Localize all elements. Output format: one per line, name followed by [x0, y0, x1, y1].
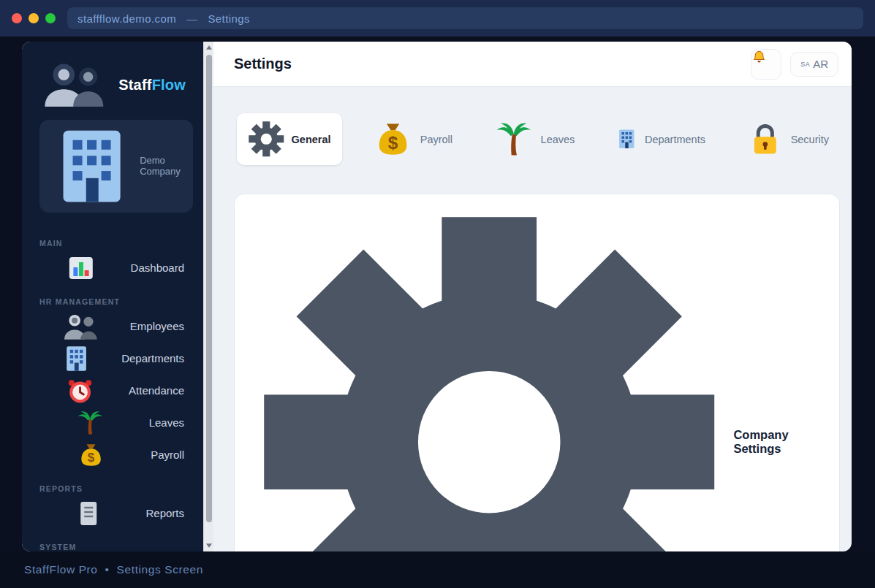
brand: StaffFlow — [32, 58, 193, 110]
gear-icon — [252, 205, 726, 551]
footer-brand: StaffFlow Pro — [24, 563, 98, 576]
page-scrollbar[interactable] — [203, 42, 213, 551]
svg-text:$: $ — [387, 133, 398, 153]
section-label-reports: REPORTS — [32, 484, 193, 493]
browser-chrome: staffflow.demo.com — Settings — [0, 0, 875, 37]
svg-text:$: $ — [88, 451, 95, 465]
card-header: Company Settings — [235, 194, 839, 551]
departments-icon — [41, 344, 112, 373]
section-label-main: MAIN — [32, 239, 193, 248]
window-controls — [12, 13, 56, 23]
staffflow-logo-icon — [39, 61, 110, 110]
sidebar: StaffFlow Demo Company MAIN Dashboard HR… — [22, 42, 203, 551]
section-label-hr-management: HR MANAGEMENT — [32, 297, 193, 306]
tab-payroll[interactable]: $ Payroll — [361, 111, 464, 167]
notifications-button[interactable] — [751, 49, 781, 80]
brand-name: StaffFlow — [118, 77, 186, 93]
scrollbar-thumb[interactable] — [206, 55, 212, 522]
sidebar-item-departments[interactable]: Departments — [32, 344, 193, 373]
employees-icon — [41, 312, 121, 341]
sidebar-nav: MAIN Dashboard HR MANAGEMENT Employees D… — [32, 224, 193, 551]
sidebar-item-attendance[interactable]: Attendance — [32, 376, 193, 405]
sidebar-item-employees[interactable]: Employees — [32, 312, 193, 341]
lock-icon — [746, 121, 784, 159]
page-title: Settings — [234, 56, 751, 72]
maximize-window-button[interactable] — [45, 13, 56, 23]
language-code: AR — [813, 58, 828, 70]
app-window: StaffFlow Demo Company MAIN Dashboard HR… — [22, 42, 852, 551]
main-panel: Settings SA AR General $ Payroll — [213, 42, 852, 551]
tab-general[interactable]: General — [237, 113, 342, 165]
minimize-window-button[interactable] — [29, 13, 39, 23]
card-title: Company Settings — [733, 428, 822, 456]
sidebar-item-leaves[interactable]: Leaves — [32, 408, 193, 438]
language-flag-small: SA — [800, 61, 810, 68]
building-icon — [49, 123, 135, 209]
sidebar-item-reports[interactable]: Reports — [32, 499, 193, 528]
url-separator: — — [186, 12, 197, 25]
gear-icon — [248, 121, 285, 158]
alarm-clock-icon — [41, 376, 119, 405]
footer-bullet: • — [105, 563, 110, 576]
footer-screen: Settings Screen — [117, 563, 203, 576]
url-page-title: Settings — [208, 12, 249, 25]
palm-tree-icon — [41, 408, 140, 438]
language-toggle-button[interactable]: SA AR — [790, 52, 838, 77]
money-bag-icon: $ — [372, 118, 414, 160]
scrollbar-up-arrow-icon[interactable] — [204, 42, 214, 53]
main-body: General $ Payroll Leaves Departments Sec… — [213, 87, 852, 551]
tab-departments[interactable]: Departments — [605, 121, 716, 158]
bell-icon — [751, 50, 781, 79]
money-bag-icon: $ — [41, 440, 141, 470]
scrollbar-down-arrow-icon[interactable] — [204, 540, 214, 551]
settings-tabs: General $ Payroll Leaves Departments Sec… — [237, 111, 840, 167]
tab-security[interactable]: Security — [735, 113, 840, 166]
url-text: staffflow.demo.com — [77, 12, 176, 25]
dashboard-icon — [41, 253, 121, 283]
company-settings-card: Company Settings Company Name * Email — [234, 194, 840, 551]
section-label-system: SYSTEM — [32, 543, 193, 551]
address-bar[interactable]: staffflow.demo.com — Settings — [67, 7, 863, 29]
main-header: Settings SA AR — [213, 42, 852, 87]
close-window-button[interactable] — [12, 13, 22, 23]
building-icon — [615, 128, 638, 150]
company-badge: Demo Company — [39, 120, 193, 213]
sidebar-item-payroll[interactable]: $ Payroll — [32, 440, 193, 470]
document-icon — [41, 499, 136, 528]
sidebar-item-dashboard[interactable]: Dashboard — [32, 253, 193, 283]
app-footer: StaffFlow Pro • Settings Screen — [0, 551, 875, 588]
palm-tree-icon — [493, 119, 534, 160]
tab-leaves[interactable]: Leaves — [482, 112, 586, 167]
